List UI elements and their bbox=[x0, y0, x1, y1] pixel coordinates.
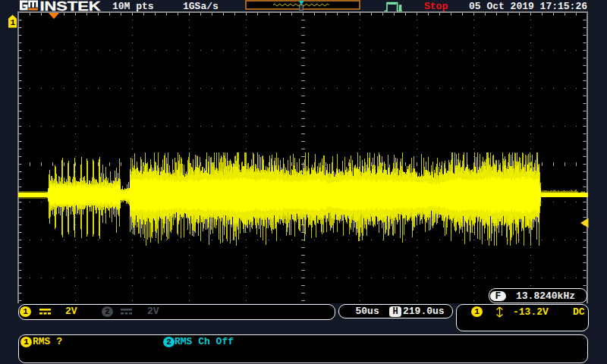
svg-text:1: 1 bbox=[10, 18, 15, 27]
